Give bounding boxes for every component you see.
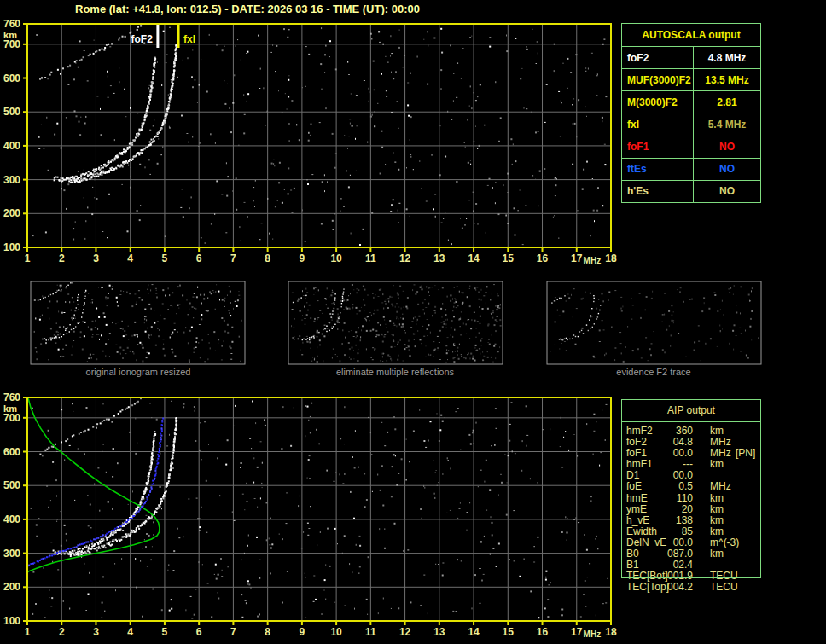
table-row: MUF(3000)F213.5 MHz	[622, 68, 760, 90]
param-label: M(3000)F2	[622, 91, 694, 113]
param-label: h_vE	[626, 515, 649, 526]
x-tick-label: 17	[571, 626, 583, 638]
param-unit: MHz	[710, 437, 731, 448]
param-unit: km	[710, 493, 724, 504]
x-tick-label: 11	[365, 626, 376, 638]
param-value: ---	[652, 459, 693, 470]
param-label: foF2	[622, 47, 694, 68]
marker-label-fxi: fxI	[183, 33, 195, 45]
param-label: foF2	[626, 437, 647, 448]
param-unit: TECU	[710, 582, 738, 593]
param-value: 004.2	[652, 582, 693, 593]
x-tick-label: 7	[230, 626, 236, 638]
thumbnail-original	[31, 281, 245, 364]
param-value: NO	[694, 159, 760, 180]
param-value: 00.0	[652, 448, 693, 459]
table-row: h'EsNO	[622, 180, 760, 202]
param-value: 5.4 MHz	[694, 113, 760, 135]
table-row: Ewidth85km	[621, 526, 761, 537]
x-tick-label: 8	[265, 626, 270, 638]
x-tick-label: 13	[433, 252, 445, 264]
x-axis-unit: MHz	[584, 629, 602, 639]
autoscala-window: { "title": "Rome (lat: +41.8, lon: 012.5…	[0, 0, 826, 644]
param-value: 02.4	[652, 560, 693, 571]
y-tick-label: 500	[3, 106, 20, 118]
table-row: ftEsNO	[622, 158, 760, 180]
table-row: TEC[Top]004.2TECU	[621, 582, 761, 593]
param-value: 00.0	[652, 537, 693, 548]
autoscala-table-body: foF24.8 MHzMUF(3000)F213.5 MHzM(3000)F22…	[622, 46, 760, 202]
param-label: h'Es	[622, 181, 694, 202]
param-value: 0.5	[652, 481, 693, 492]
y-axis-unit: km	[3, 403, 17, 414]
x-tick-label: 12	[399, 626, 411, 638]
param-value: 00.0	[652, 470, 693, 481]
table-row: M(3000)F22.81	[622, 90, 760, 113]
y-tick-label: 600	[3, 446, 20, 458]
table-row: hmE110km	[621, 493, 761, 504]
y-axis-unit: km	[3, 30, 17, 40]
thumbnail-caption-dereflected: eliminate multiple reflections	[288, 367, 502, 379]
y-tick-label: 100	[3, 241, 20, 253]
param-label: foF1	[626, 448, 647, 459]
param-label: ftEs	[622, 159, 694, 180]
param-unit: km	[710, 526, 724, 537]
y-tick-label: 600	[3, 73, 20, 84]
thumbnail-caption-original: original ionogram resized	[31, 367, 246, 379]
y-tick-label: 300	[3, 174, 20, 186]
param-label: fxI	[622, 113, 694, 135]
y-tick-label: 400	[3, 140, 20, 152]
x-tick-label: 15	[503, 626, 515, 638]
table-row: foF1NO	[622, 136, 760, 158]
param-label: hmE	[626, 493, 648, 504]
x-tick-label: 10	[330, 626, 342, 638]
param-value: 360	[652, 426, 693, 437]
aip-table-body: hmF2360kmfoF204.8MHzfoF100.0MHz[PN]hmF1-…	[621, 426, 761, 593]
param-unit: MHz	[710, 448, 731, 459]
x-tick-label: 9	[300, 626, 305, 638]
param-label: hmF2	[626, 426, 653, 437]
param-label: foE	[626, 481, 642, 492]
param-label: D1	[626, 470, 639, 481]
param-value: 2.81	[694, 91, 760, 113]
table-row: foE0.5MHz	[621, 481, 761, 492]
aip-output-table: AIP output hmF2360kmfoF204.8MHzfoF100.0M…	[621, 399, 761, 593]
x-tick-label: 18	[605, 252, 617, 264]
x-tick-label: 9	[300, 252, 305, 264]
param-unit: km	[710, 504, 724, 515]
x-tick-label: 10	[330, 252, 342, 264]
param-note: [PN]	[736, 448, 755, 459]
x-tick-label: 18	[605, 626, 617, 638]
x-tick-label: 11	[365, 252, 376, 264]
table-row: foF24.8 MHz	[622, 46, 760, 68]
x-tick-label: 14	[468, 252, 480, 264]
x-tick-label: 3	[93, 252, 99, 264]
thumbnail-dereflected	[288, 281, 503, 364]
param-label: MUF(3000)F2	[622, 69, 694, 90]
param-value: 85	[652, 526, 693, 537]
x-tick-label: 1	[25, 626, 31, 638]
param-value: 001.9	[652, 571, 693, 582]
x-tick-label: 7	[230, 252, 236, 264]
y-tick-label: 100	[3, 615, 20, 627]
bottom-profile-plot: 760700600500400300200100km12345678910111…	[3, 392, 617, 639]
x-tick-label: 16	[537, 626, 549, 638]
table-row: fxI5.4 MHz	[622, 113, 760, 135]
x-tick-label: 14	[468, 626, 480, 638]
x-tick-label: 4	[127, 626, 133, 638]
y-tick-label: 500	[3, 479, 20, 491]
y-tick-label: 760	[3, 392, 20, 403]
table-row: ymE20km	[621, 504, 761, 515]
param-value: NO	[694, 136, 760, 158]
x-tick-label: 4	[127, 252, 133, 264]
param-value: 4.8 MHz	[694, 47, 760, 68]
x-tick-label: 2	[59, 252, 65, 264]
x-tick-label: 15	[503, 252, 515, 264]
param-value: 110	[652, 493, 693, 504]
marker-label-fof2: foF2	[131, 33, 154, 45]
y-tick-label: 760	[3, 18, 20, 30]
param-unit: TECU	[710, 571, 738, 582]
y-tick-label: 300	[3, 548, 20, 560]
x-tick-label: 3	[93, 626, 99, 638]
param-value: 04.8	[652, 437, 693, 448]
